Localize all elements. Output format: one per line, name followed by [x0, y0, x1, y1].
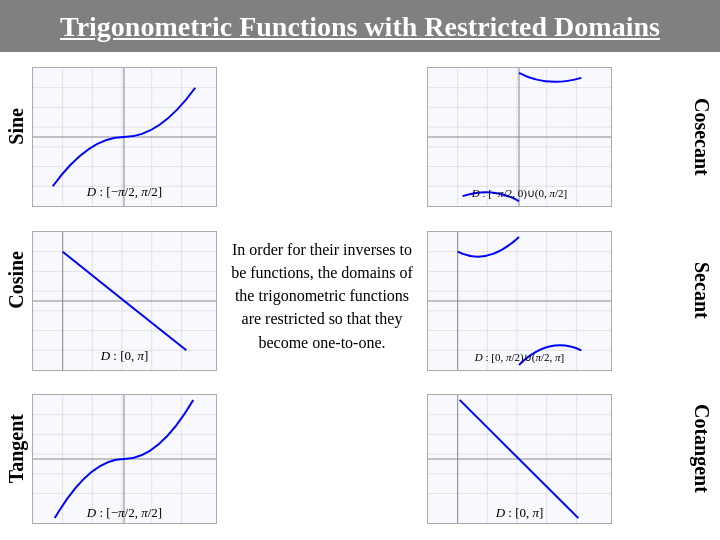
cosine-domain: D : [0, π] [33, 348, 216, 364]
label-tangent: Tangent [5, 414, 28, 483]
secant-graph: D : [0, π/2)∪(π/2, π] [427, 231, 612, 371]
sine-graph: D : [−π/2, π/2] [32, 67, 217, 207]
left-labels: Sine Cosine Tangent [0, 52, 32, 540]
cosecant-domain: D : [−π/2, 0)∪(0, π/2] [428, 187, 611, 200]
page-title: Trigonometric Functions with Restricted … [0, 0, 720, 52]
description-text: In order for their inverses to be functi… [217, 52, 427, 540]
cosecant-graph: D : [−π/2, 0)∪(0, π/2] [427, 67, 612, 207]
main-grid: D : [−π/2, π/2] [32, 52, 682, 540]
label-cosecant: Cosecant [690, 98, 713, 176]
cotangent-domain: D : [0, π] [428, 505, 611, 521]
page: Trigonometric Functions with Restricted … [0, 0, 720, 540]
left-graphs: D : [−π/2, π/2] [32, 52, 217, 540]
label-sine: Sine [5, 108, 28, 145]
tangent-graph: D : [−π/2, π/2] [32, 394, 217, 524]
label-secant: Secant [690, 262, 713, 319]
label-cosine: Cosine [5, 251, 28, 309]
right-graphs: D : [−π/2, 0)∪(0, π/2] [427, 52, 612, 540]
content-area: Sine Cosine Tangent [0, 52, 720, 540]
label-cotangent: Cotangent [690, 404, 713, 493]
right-labels: Cosecant Secant Cotangent [682, 52, 720, 540]
sine-domain: D : [−π/2, π/2] [33, 184, 216, 200]
cosine-graph: D : [0, π] [32, 231, 217, 371]
cotangent-graph: D : [0, π] [427, 394, 612, 524]
tangent-domain: D : [−π/2, π/2] [33, 505, 216, 521]
secant-domain: D : [0, π/2)∪(π/2, π] [428, 351, 611, 364]
